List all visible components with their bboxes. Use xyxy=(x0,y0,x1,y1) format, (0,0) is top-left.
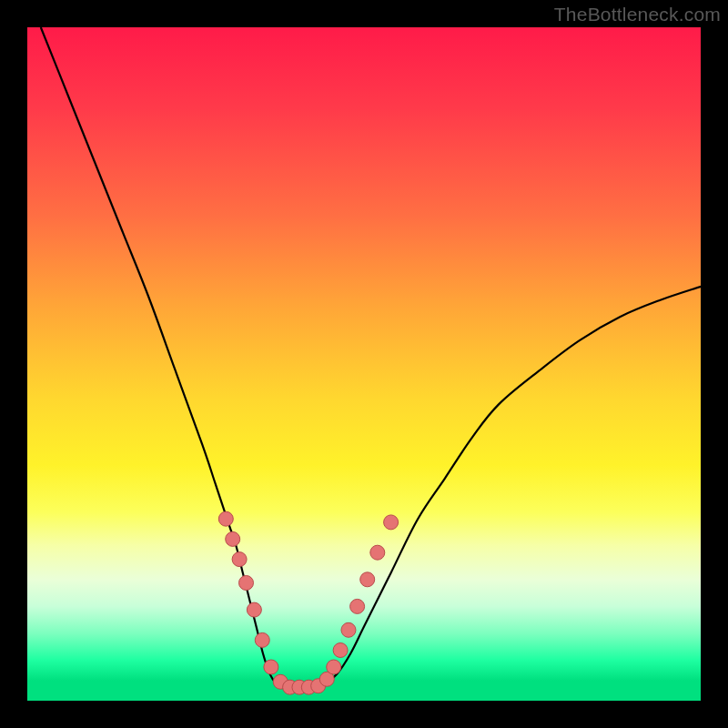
highlight-dot xyxy=(218,511,233,526)
highlight-dot xyxy=(370,545,385,560)
chart-svg xyxy=(27,27,701,701)
highlight-dot xyxy=(333,643,348,658)
watermark-text: TheBottleneck.com xyxy=(554,4,721,25)
chart-plot-area xyxy=(27,27,701,701)
highlight-dot xyxy=(360,572,375,587)
bottleneck-curve xyxy=(41,27,701,687)
highlight-dot xyxy=(232,552,247,567)
highlight-dot xyxy=(264,660,278,674)
highlight-dot xyxy=(247,602,261,617)
highlight-dot xyxy=(341,622,356,637)
highlight-dot xyxy=(226,531,240,546)
highlight-dot xyxy=(384,515,399,530)
highlight-dot xyxy=(255,632,269,647)
highlight-dots xyxy=(218,511,398,694)
chart-frame: TheBottleneck.com xyxy=(0,0,728,728)
highlight-dot xyxy=(327,660,341,674)
highlight-dot xyxy=(239,576,254,591)
highlight-dot xyxy=(350,599,365,613)
